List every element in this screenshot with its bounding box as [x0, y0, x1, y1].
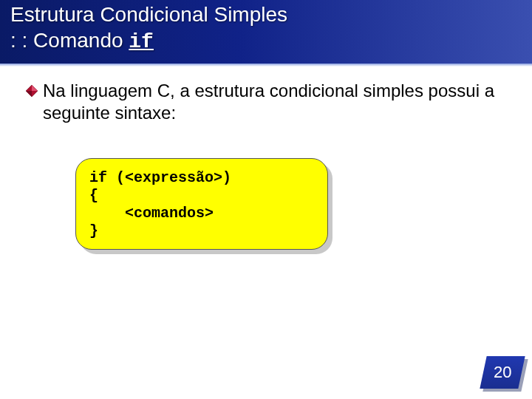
title-line-1: Estrutura Condicional Simples — [10, 1, 287, 27]
diamond-icon — [25, 84, 38, 100]
page-number: 20 — [494, 363, 511, 382]
title-keyword-if: if — [129, 30, 154, 53]
code-line-4: } — [89, 222, 98, 239]
title-line-2-prefix: : : Comando — [10, 29, 129, 52]
code-line-2: { — [89, 187, 98, 204]
page-number-badge: 20 — [480, 356, 525, 389]
bullet-highlight: condicional simples — [270, 81, 423, 100]
slide: Estrutura Condicional Simples : : Comand… — [0, 0, 532, 399]
slide-body: Na linguagem C, a estrutura condicional … — [25, 80, 511, 124]
code-line-3: <comandos> — [89, 205, 214, 222]
code-box: if (<expressão>) { <comandos> } — [75, 158, 328, 250]
bullet-prefix: Na linguagem C, a estrutura — [43, 81, 270, 100]
bullet-text: Na linguagem C, a estrutura condicional … — [43, 80, 511, 124]
code-line-1: if (<expressão>) — [89, 169, 231, 186]
slide-title: Estrutura Condicional Simples : : Comand… — [10, 1, 287, 55]
title-divider — [0, 64, 532, 66]
title-line-2: : : Comando if — [10, 27, 287, 55]
bullet-item: Na linguagem C, a estrutura condicional … — [25, 80, 511, 124]
